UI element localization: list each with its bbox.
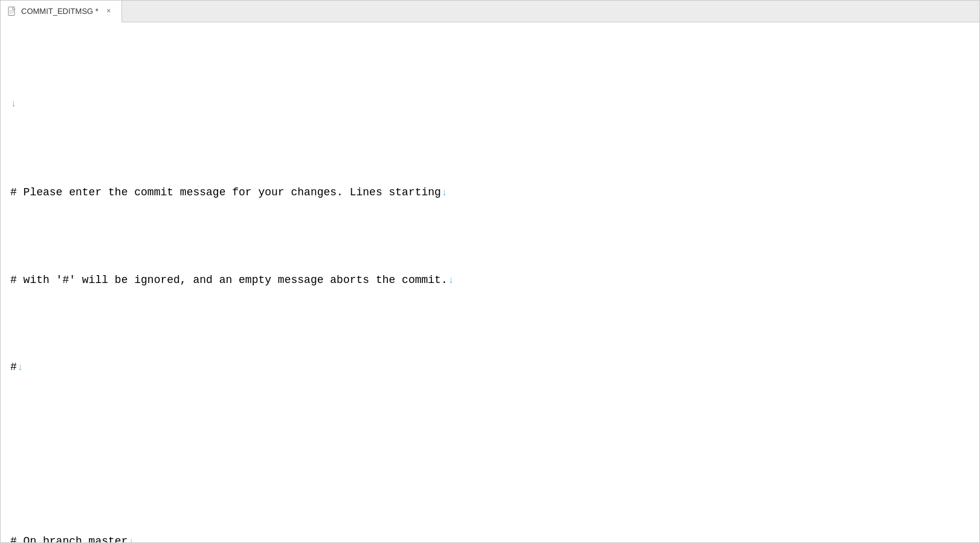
file-tab[interactable]: COMMIT_EDITMSG * × [1,1,122,22]
tab-close-button[interactable]: × [103,6,114,17]
editor-window: COMMIT_EDITMSG * × ↓ # Please enter the … [0,0,980,543]
line-6: # On branch master↓ [10,533,979,542]
code-area: ↓ # Please enter the commit message for … [10,27,979,542]
editor-content[interactable]: ↓ # Please enter the commit message for … [1,22,979,542]
line-2: # Please enter the commit message for yo… [10,184,979,201]
line-4: #↓ [10,359,979,376]
newline-arrow-6: ↓ [128,535,134,542]
tab-bar: COMMIT_EDITMSG * × [1,1,979,22]
line-text-4: # [10,359,17,376]
line-text-5 [10,446,17,463]
line-1: ↓ [10,97,979,114]
newline-arrow-1: ↓ [11,97,17,112]
newline-arrow-3: ↓ [448,273,454,289]
line-5 [10,446,979,463]
line-text-2: # Please enter the commit message for yo… [10,184,441,201]
newline-arrow-4: ↓ [18,360,24,376]
line-text-6: # On branch master [10,533,127,542]
file-icon [8,7,16,16]
line-3: # with '#' will be ignored, and an empty… [10,272,979,289]
newline-arrow-2: ↓ [442,186,448,201]
line-text-3: # with '#' will be ignored, and an empty… [10,272,448,289]
svg-rect-0 [8,7,15,15]
tab-title: COMMIT_EDITMSG * [21,7,98,16]
